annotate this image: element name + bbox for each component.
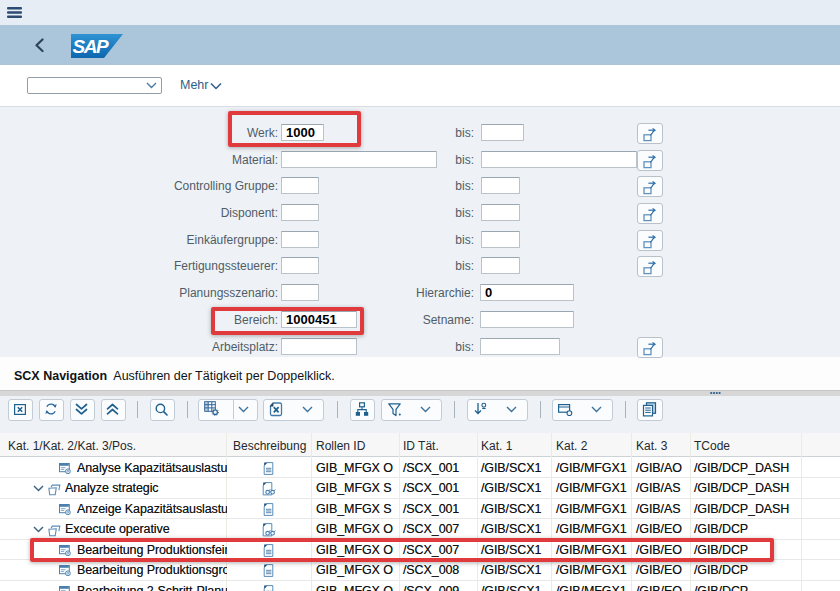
svg-text:SAP: SAP [73,36,109,57]
